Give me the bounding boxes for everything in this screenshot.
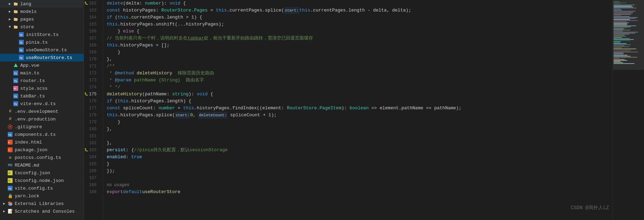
code-line: this.historyPages = []; (107, 42, 613, 49)
line-number: 164 (84, 14, 99, 21)
code-line: deleteHistory(pathName: string): void { (107, 91, 613, 98)
line-number: 177 (84, 105, 99, 112)
code-line: }, (107, 56, 613, 63)
sidebar-item-label: postcss.config.ts (15, 155, 61, 160)
minimap-line (614, 2, 627, 3)
minimap-line (614, 24, 627, 25)
sidebar-item-pages[interactable]: ▶ pages (0, 15, 84, 23)
sidebar-item-main.ts[interactable]: TSmain.ts (0, 69, 84, 77)
sidebar-item-router.ts[interactable]: TSrouter.ts (0, 77, 84, 85)
minimap-line (614, 56, 631, 57)
sidebar-item-initStore.ts[interactable]: TSinitStore.ts (0, 31, 84, 38)
ext-icon: 📚 (7, 200, 13, 207)
line-number: 170 (84, 56, 99, 63)
code-line: const historyPages: RouterStore.Pages = … (107, 7, 613, 14)
line-number: 173 (84, 77, 99, 84)
ts-icon: TS (18, 54, 24, 61)
sidebar-item-label: components.d.ts (15, 132, 56, 137)
sidebar-item-index.html[interactable]: Hindex.html (0, 138, 84, 146)
svg-text:{}: {} (8, 172, 10, 174)
sidebar-item-vite-env.d.ts[interactable]: TSvite-env.d.ts (0, 100, 84, 108)
minimap-line (614, 6, 632, 6)
minimap-line (614, 58, 620, 59)
line-number: 166 (84, 28, 99, 35)
sidebar-item-External Libraries[interactable]: ▶📚External Libraries (0, 200, 84, 207)
line-number: 168 (84, 42, 99, 49)
minimap-line (614, 44, 631, 45)
sidebar-item-.env.production[interactable]: #.env.production (0, 115, 84, 123)
code-line (107, 175, 613, 182)
line-number: 188 (84, 182, 99, 189)
sidebar-item-yarn.lock[interactable]: 🔒yarn.lock (0, 192, 84, 200)
sidebar-item-package.json[interactable]: {} package.json (0, 146, 84, 154)
json-icon: {} (7, 177, 13, 184)
line-number: 180 (84, 126, 99, 133)
sidebar-item-vite.config.ts[interactable]: TSvite.config.ts (0, 184, 84, 192)
svg-text:TS: TS (20, 49, 22, 52)
sidebar-item-Scratches and Consoles[interactable]: ▶📝Scratches and Consoles (0, 207, 84, 215)
tree-arrow: ▶ (1, 209, 7, 213)
svg-text:TS: TS (14, 95, 17, 98)
folder-icon (13, 24, 19, 30)
minimap-line (614, 47, 622, 48)
sidebar-item-label: initStore.ts (26, 32, 59, 37)
ts-icon: TS (13, 78, 19, 84)
svg-point-20 (9, 126, 11, 128)
sidebar-item-style.scss[interactable]: SSstyle.scss (0, 85, 84, 92)
gutter-icon: 🐛 (84, 148, 88, 153)
svg-text:H: H (8, 141, 10, 144)
minimap-line (614, 43, 627, 44)
sidebar-item-useRouterStore.ts[interactable]: TSuseRouterStore.ts (0, 54, 84, 61)
minimap-line (614, 62, 623, 63)
code-line: } else { (107, 28, 613, 35)
minimap-line (614, 50, 631, 50)
sidebar-item-README.md[interactable]: MDREADME.md (0, 161, 84, 169)
sidebar-item-.gitignore[interactable]: .gitignore (0, 123, 84, 131)
ts-icon: TS (13, 101, 19, 107)
svg-text:TS: TS (14, 103, 17, 106)
minimap-line (614, 53, 624, 53)
minimap-line (614, 30, 630, 30)
code-area[interactable]: delete(delta: number): void { const hist… (103, 0, 613, 220)
sidebar-item-label: vite-env.d.ts (20, 101, 56, 107)
sidebar-item-postcss.config.ts[interactable]: ⚙postcss.config.ts (0, 154, 84, 161)
sidebar-item-App.vue[interactable]: App.vue (0, 61, 84, 69)
code-line: if (this.currentPages.length > 1) { (107, 14, 613, 21)
sidebar-item-store[interactable]: ▼ store (0, 23, 84, 31)
minimap-line (614, 11, 636, 12)
code-line: delete(delta: number): void { (107, 0, 613, 7)
sidebar-item-tsconfig.json[interactable]: {}tsconfig.json (0, 169, 84, 177)
md-icon: MD (7, 162, 13, 168)
sidebar-item-tsconfig.node.json[interactable]: {}tsconfig.node.json (0, 177, 84, 184)
sidebar-item-pinia.ts[interactable]: TSpinia.ts (0, 38, 84, 46)
code-line: const spliceCount: number = this.history… (107, 105, 613, 112)
sidebar-item-useDemoStore.ts[interactable]: TSuseDemoStore.ts (0, 46, 84, 54)
minimap-line (614, 5, 635, 5)
line-number: 184 (84, 154, 99, 161)
sidebar-item-label: App.vue (20, 63, 40, 68)
line-number: 174 (84, 84, 99, 91)
minimap-line (614, 34, 629, 35)
sidebar-item-label: tabBar.ts (20, 94, 45, 99)
minimap-line (614, 28, 626, 28)
sidebar-item-lang[interactable]: ▶ lang (0, 0, 84, 8)
vue-icon (13, 62, 19, 68)
line-number: 186 (84, 168, 99, 175)
sidebar-item-label: useDemoStore.ts (26, 47, 67, 53)
folder-icon (13, 1, 19, 7)
minimap-line (614, 39, 634, 40)
tree-arrow: ▶ (1, 201, 7, 206)
minimap-line (614, 37, 622, 38)
sidebar-item-tabBar.ts[interactable]: TStabBar.ts (0, 92, 84, 100)
code-line: no usages (107, 182, 613, 189)
svg-text:TS: TS (14, 80, 17, 83)
minimap-line (614, 25, 636, 26)
svg-text:TS: TS (20, 57, 22, 60)
folder-icon (13, 8, 19, 15)
sidebar-item-.env.development[interactable]: #.env.development (0, 108, 84, 115)
ts-icon: TS (18, 31, 24, 38)
code-line: if (this.historyPages.length) { (107, 98, 613, 105)
sidebar-item-models[interactable]: ▶ models (0, 8, 84, 15)
sidebar-item-components.d.ts[interactable]: TScomponents.d.ts (0, 131, 84, 138)
sidebar-item-label: tsconfig.node.json (15, 178, 64, 183)
